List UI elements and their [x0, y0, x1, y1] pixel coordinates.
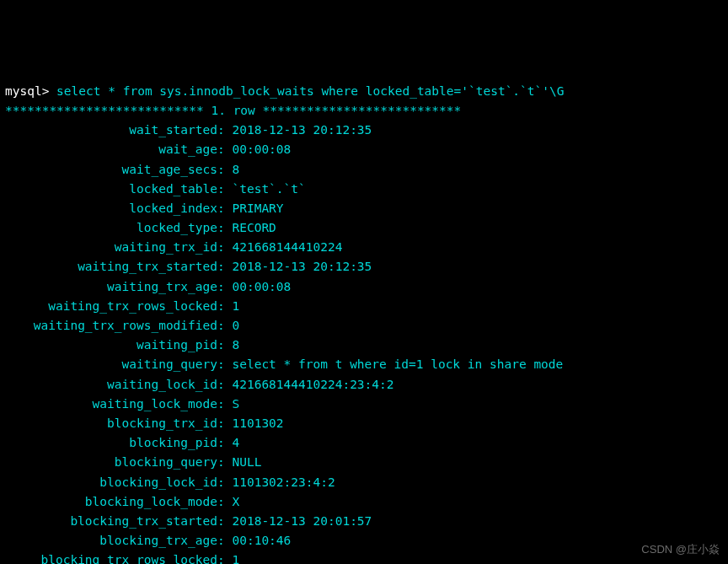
field-value: 00:00:08	[232, 280, 291, 293]
field-name: wait_age_secs	[5, 160, 217, 180]
field-row: waiting_lock_id: 421668144410224:23:4:2	[5, 375, 723, 395]
field-name: blocking_trx_started	[5, 512, 217, 531]
field-row: locked_type: RECORD	[5, 218, 723, 238]
field-row: wait_age: 00:00:08	[5, 140, 723, 159]
field-value: 00:00:08	[232, 142, 291, 156]
row-separator: *************************** 1. row *****…	[5, 104, 461, 117]
field-value: PRIMARY	[232, 201, 283, 215]
field-row: waiting_trx_started: 2018-12-13 20:12:35	[5, 257, 723, 277]
field-name: blocking_trx_id	[5, 414, 217, 433]
field-name: blocking_trx_rows_locked	[5, 551, 217, 564]
field-value: 8	[232, 338, 239, 352]
field-name: wait_started	[5, 121, 217, 140]
field-value: 1101302	[232, 416, 283, 430]
field-row: blocking_lock_id: 1101302:23:4:2	[5, 473, 723, 492]
field-row: blocking_trx_rows_locked: 1	[5, 551, 723, 564]
field-row: locked_table: `test`.`t`	[5, 180, 723, 199]
sql-query: select * from sys.innodb_lock_waits wher…	[49, 84, 564, 98]
field-name: blocking_lock_mode	[5, 492, 217, 512]
field-value: 421668144410224	[232, 240, 342, 254]
field-value: 2018-12-13 20:01:57	[232, 514, 372, 528]
field-row: waiting_query: select * from t where id=…	[5, 355, 723, 374]
field-value: 2018-12-13 20:12:35	[232, 260, 372, 273]
field-value: select * from t where id=1 lock in share…	[232, 357, 563, 371]
field-value: NULL	[232, 455, 261, 469]
terminal-output: mysql> select * from sys.innodb_lock_wai…	[5, 82, 723, 564]
field-row: blocking_trx_age: 00:10:46	[5, 531, 723, 551]
field-name: blocking_pid	[5, 433, 217, 453]
field-row: waiting_trx_id: 421668144410224	[5, 238, 723, 257]
field-row: blocking_query: NULL	[5, 453, 723, 472]
field-value: 421668144410224:23:4:2	[232, 378, 393, 391]
field-name: waiting_lock_mode	[5, 395, 217, 414]
watermark: CSDN @庄小焱	[641, 541, 720, 559]
field-row: blocking_trx_started: 2018-12-13 20:01:5…	[5, 512, 723, 531]
field-row: waiting_pid: 8	[5, 336, 723, 355]
field-value: 0	[232, 319, 239, 332]
field-name: waiting_query	[5, 355, 217, 374]
field-row: locked_index: PRIMARY	[5, 199, 723, 218]
field-value: 1101302:23:4:2	[232, 475, 335, 489]
field-name: blocking_lock_id	[5, 473, 217, 492]
field-name: waiting_trx_started	[5, 257, 217, 277]
mysql-prompt: mysql>	[5, 84, 49, 98]
field-row: blocking_pid: 4	[5, 433, 723, 453]
field-name: waiting_lock_id	[5, 375, 217, 395]
field-name: locked_table	[5, 180, 217, 199]
field-row: waiting_trx_rows_locked: 1	[5, 297, 723, 316]
field-row: waiting_trx_rows_modified: 0	[5, 316, 723, 336]
field-value: 1	[232, 299, 239, 313]
field-row: blocking_trx_id: 1101302	[5, 414, 723, 433]
field-value: S	[232, 397, 239, 411]
field-value: 8	[232, 163, 239, 176]
field-row: waiting_lock_mode: S	[5, 395, 723, 414]
field-row: blocking_lock_mode: X	[5, 492, 723, 512]
field-row: wait_started: 2018-12-13 20:12:35	[5, 121, 723, 140]
field-value: X	[232, 495, 239, 508]
field-row: wait_age_secs: 8	[5, 160, 723, 180]
field-value: `test`.`t`	[232, 182, 305, 196]
field-value: 4	[232, 436, 239, 449]
field-name: locked_index	[5, 199, 217, 218]
field-row: waiting_trx_age: 00:00:08	[5, 277, 723, 297]
field-name: waiting_trx_age	[5, 277, 217, 297]
field-name: waiting_trx_rows_modified	[5, 316, 217, 336]
field-name: waiting_trx_rows_locked	[5, 297, 217, 316]
field-value: 2018-12-13 20:12:35	[232, 123, 372, 137]
field-name: waiting_pid	[5, 336, 217, 355]
field-name: waiting_trx_id	[5, 238, 217, 257]
field-name: blocking_trx_age	[5, 531, 217, 551]
field-value: 00:10:46	[232, 534, 291, 547]
field-value: 1	[232, 553, 239, 564]
field-name: locked_type	[5, 218, 217, 238]
field-value: RECORD	[232, 221, 276, 234]
field-name: wait_age	[5, 140, 217, 159]
field-name: blocking_query	[5, 453, 217, 472]
